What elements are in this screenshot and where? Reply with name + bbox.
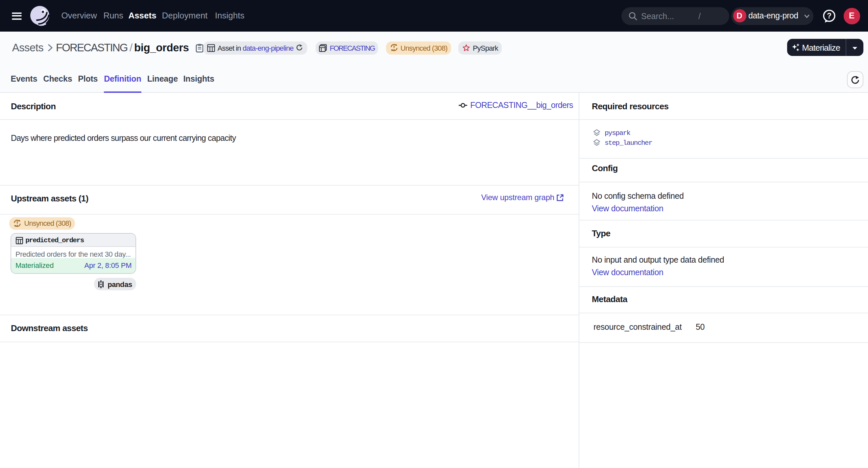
svg-text:?: ?: [827, 11, 832, 20]
